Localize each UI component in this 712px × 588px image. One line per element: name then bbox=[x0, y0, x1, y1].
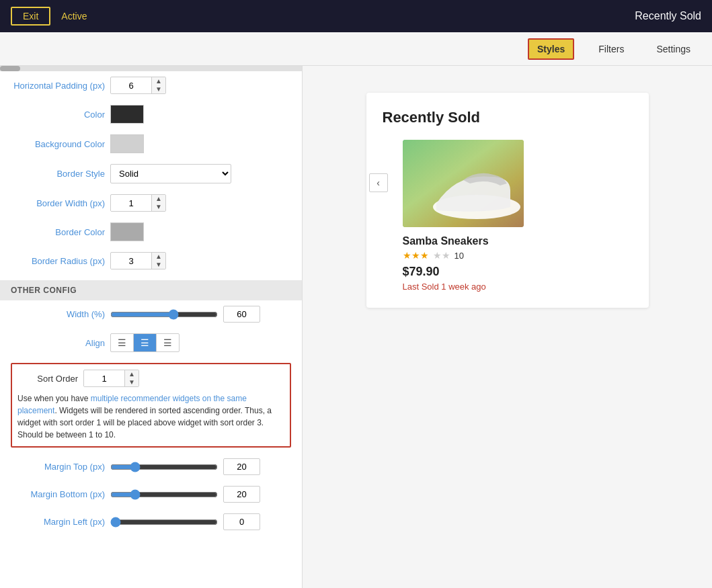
margin-top-row: Margin Top (px) bbox=[0, 453, 302, 480]
main-layout: Horizontal Padding (px) 6 ▲ ▼ Color Back… bbox=[0, 66, 712, 588]
border-width-row: Border Width (px) ▲ ▼ bbox=[0, 189, 302, 217]
border-radius-input[interactable] bbox=[111, 253, 151, 269]
border-width-input-group: ▲ ▼ bbox=[110, 194, 166, 212]
margin-bottom-row: Margin Bottom (px) bbox=[0, 480, 302, 508]
border-width-label: Border Width (px) bbox=[11, 198, 105, 208]
active-status: Active bbox=[61, 11, 87, 22]
prev-button[interactable]: ‹ bbox=[369, 173, 388, 192]
border-width-up[interactable]: ▲ bbox=[152, 195, 165, 203]
tab-styles[interactable]: Styles bbox=[528, 38, 574, 60]
horizontal-scroll[interactable] bbox=[0, 66, 302, 71]
sort-order-box: Sort Order ▲ ▼ Use when you have multipl… bbox=[11, 363, 291, 448]
horizontal-padding-up[interactable]: ▲ bbox=[152, 77, 165, 85]
border-color-picker[interactable] bbox=[110, 222, 144, 241]
margin-top-slider[interactable] bbox=[110, 462, 218, 472]
sort-order-input-group: ▲ ▼ bbox=[83, 370, 139, 387]
align-right-button[interactable]: ☰ bbox=[157, 334, 179, 351]
width-row: Width (%) bbox=[0, 300, 302, 328]
border-radius-row: Border Radius (px) ▲ ▼ bbox=[0, 247, 302, 275]
sort-order-up[interactable]: ▲ bbox=[125, 370, 139, 378]
width-slider[interactable] bbox=[110, 309, 218, 320]
sort-order-down[interactable]: ▼ bbox=[125, 378, 139, 386]
margin-bottom-label: Margin Bottom (px) bbox=[11, 489, 105, 499]
align-row: Align ☰ ☰ ☰ bbox=[0, 328, 302, 358]
left-panel: Horizontal Padding (px) 6 ▲ ▼ Color Back… bbox=[0, 66, 303, 588]
border-color-row: Border Color bbox=[0, 217, 302, 247]
color-label: Color bbox=[11, 110, 105, 120]
border-radius-label: Border Radius (px) bbox=[11, 256, 105, 266]
border-radius-input-group: ▲ ▼ bbox=[110, 252, 166, 269]
bg-color-picker[interactable] bbox=[110, 134, 144, 153]
border-style-label: Border Style bbox=[11, 169, 105, 179]
width-label: Width (%) bbox=[11, 309, 105, 319]
align-group: ☰ ☰ ☰ bbox=[110, 333, 180, 352]
margin-left-slider[interactable] bbox=[110, 517, 218, 528]
border-width-spinner: ▲ ▼ bbox=[151, 195, 165, 211]
sort-order-spinner: ▲ ▼ bbox=[124, 370, 139, 386]
price: $79.90 bbox=[403, 265, 633, 279]
border-style-row: Border Style Solid Dashed Dotted None bbox=[0, 159, 302, 189]
width-value[interactable] bbox=[223, 306, 260, 323]
border-style-select[interactable]: Solid Dashed Dotted None bbox=[110, 164, 231, 183]
horizontal-padding-input-group: 6 ▲ ▼ bbox=[110, 77, 166, 94]
sort-order-input[interactable] bbox=[84, 371, 124, 386]
bg-color-row: Background Color bbox=[0, 129, 302, 159]
exit-button[interactable]: Exit bbox=[11, 7, 50, 26]
align-left-button[interactable]: ☰ bbox=[111, 334, 134, 351]
stars-filled: ★★★ bbox=[403, 250, 429, 261]
border-width-down[interactable]: ▼ bbox=[152, 203, 165, 211]
sort-hint-text2: . Widgets will be rendered in sorted asc… bbox=[17, 406, 272, 439]
product-card: ‹ bbox=[383, 140, 633, 292]
right-panel: Recently Sold ‹ bbox=[303, 66, 712, 588]
margin-bottom-value[interactable] bbox=[223, 486, 260, 503]
tabsbar: Styles Filters Settings bbox=[0, 32, 712, 66]
sort-order-label: Sort Order bbox=[17, 374, 78, 384]
margin-bottom-slider[interactable] bbox=[110, 489, 218, 500]
color-picker[interactable] bbox=[110, 105, 144, 124]
product-image bbox=[403, 140, 524, 227]
bg-color-label: Background Color bbox=[11, 139, 105, 149]
tab-settings[interactable]: Settings bbox=[648, 40, 699, 58]
horizontal-padding-row: Horizontal Padding (px) 6 ▲ ▼ bbox=[0, 71, 302, 99]
margin-top-label: Margin Top (px) bbox=[11, 462, 105, 472]
tab-filters[interactable]: Filters bbox=[590, 40, 632, 58]
review-count: 10 bbox=[454, 251, 464, 261]
align-center-button[interactable]: ☰ bbox=[134, 334, 157, 351]
sort-hint-text1: Use when you have bbox=[17, 394, 91, 403]
margin-top-value[interactable] bbox=[223, 458, 260, 475]
topbar-title: Recently Sold bbox=[635, 10, 701, 22]
margin-left-row: Margin Left (px) bbox=[0, 508, 302, 536]
horizontal-padding-spinner: ▲ ▼ bbox=[151, 77, 165, 93]
border-radius-down[interactable]: ▼ bbox=[152, 261, 165, 269]
widget-preview: Recently Sold ‹ bbox=[366, 93, 649, 308]
horizontal-padding-input[interactable]: 6 bbox=[111, 78, 151, 93]
color-row: Color bbox=[0, 99, 302, 129]
align-label: Align bbox=[11, 338, 105, 348]
margin-left-label: Margin Left (px) bbox=[11, 517, 105, 527]
rating-row: ★★★★★ 10 bbox=[403, 250, 633, 261]
sort-hint: Use when you have multiple recommender w… bbox=[17, 392, 284, 441]
border-width-input[interactable] bbox=[111, 196, 151, 211]
product-name: Samba Sneakers bbox=[403, 235, 633, 247]
horizontal-padding-down[interactable]: ▼ bbox=[152, 85, 165, 93]
last-sold: Last Sold 1 week ago bbox=[403, 282, 633, 292]
border-radius-spinner: ▲ ▼ bbox=[151, 253, 165, 269]
other-config-header: OTHER CONFIG bbox=[0, 280, 302, 300]
topbar: Exit Active Recently Sold bbox=[0, 0, 712, 32]
horizontal-padding-label: Horizontal Padding (px) bbox=[11, 81, 105, 91]
border-radius-up[interactable]: ▲ bbox=[152, 253, 165, 261]
sort-order-inner: Sort Order ▲ ▼ bbox=[17, 370, 284, 387]
margin-left-value[interactable] bbox=[223, 513, 260, 530]
widget-preview-title: Recently Sold bbox=[383, 109, 633, 126]
stars-empty: ★★ bbox=[433, 250, 450, 261]
border-color-label: Border Color bbox=[11, 227, 105, 237]
